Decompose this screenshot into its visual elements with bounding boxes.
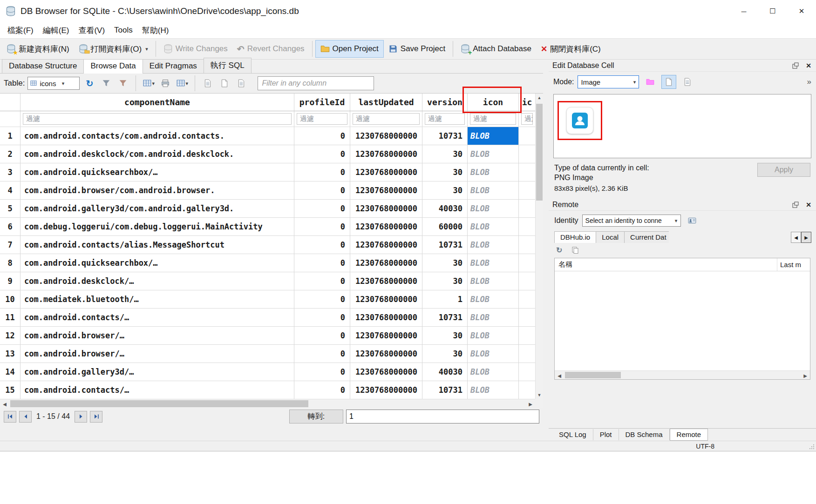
version-cell[interactable]: 30 [422,181,468,200]
row-number-cell[interactable]: 11 [0,309,20,327]
minimize-button[interactable]: ─ [729,0,758,22]
vertical-scrollbar-thumb[interactable] [536,104,543,201]
row-number-cell[interactable]: 1 [0,127,20,145]
clipped-cell[interactable] [519,327,535,345]
profileId-cell[interactable]: 0 [294,272,350,290]
remote-tab-current-database[interactable]: Current Dat [624,231,669,243]
print-button[interactable] [158,76,172,90]
remote-refresh-icon[interactable]: ↻ [556,246,562,255]
componentName-cell[interactable]: com.android.browser/… [20,345,294,363]
word-wrap-button[interactable] [680,75,695,89]
version-cell[interactable]: 30 [422,254,468,272]
lastUpdated-cell[interactable]: 1230768000000 [350,163,422,181]
goto-button[interactable]: 轉到: [289,410,343,423]
profileId-cell[interactable]: 0 [294,236,350,254]
any-column-filter-input[interactable] [258,76,374,90]
icon-blob-cell[interactable]: BLOB [468,181,519,200]
next-record-button[interactable] [75,411,87,423]
new-database-button[interactable]: ★ 新建資料庫(N) [2,40,74,58]
tab-edit-pragmas[interactable]: Edit Pragmas [143,59,204,73]
profileId-cell[interactable]: 0 [294,327,350,345]
float-panel-icon[interactable] [792,201,799,208]
clipped-cell[interactable] [519,363,535,381]
apply-button[interactable]: Apply [757,163,810,177]
lastUpdated-cell[interactable]: 1230768000000 [350,381,422,399]
icon-blob-cell[interactable]: BLOB [468,163,519,181]
filter-lastUpdated[interactable]: 過濾 [353,113,420,125]
clipped-cell[interactable] [519,145,535,163]
row-number-cell[interactable]: 12 [0,327,20,345]
profileId-cell[interactable]: 0 [294,345,350,363]
table-row[interactable]: 12 com.android.browser/… 0 1230768000000… [0,327,543,345]
row-number-cell[interactable]: 9 [0,272,20,290]
lastUpdated-cell[interactable]: 1230768000000 [350,309,422,327]
clipped-cell[interactable] [519,254,535,272]
table-row[interactable]: 8 com.android.quicksearchbox/… 0 1230768… [0,254,543,272]
componentName-cell[interactable]: com.debug.loggerui/com.debug.loggerui.Ma… [20,218,294,236]
componentName-cell[interactable]: com.android.quicksearchbox/… [20,163,294,181]
clipped-cell[interactable] [519,181,535,200]
open-database-dropdown-icon[interactable]: ▾ [145,46,148,52]
lastUpdated-cell[interactable]: 1230768000000 [350,200,422,218]
column-header-profileId[interactable]: profileId [294,94,350,111]
version-cell[interactable]: 1 [422,290,468,309]
menu-item[interactable]: Tools [109,24,137,37]
version-cell[interactable]: 60000 [422,218,468,236]
componentName-cell[interactable]: com.android.contacts/… [20,381,294,399]
profileId-cell[interactable]: 0 [294,200,350,218]
filter-clipped[interactable]: 過濾 [521,113,533,125]
resize-grip-icon[interactable] [809,444,815,450]
column-header-clipped[interactable]: ic [519,94,535,111]
icon-blob-cell[interactable]: BLOB [468,236,519,254]
table-row[interactable]: 10 com.mediatek.bluetooth/… 0 1230768000… [0,290,543,309]
componentName-cell[interactable]: com.android.contacts/alias.MessageShortc… [20,236,294,254]
menu-item[interactable]: 幫助(H) [137,23,174,38]
version-cell[interactable]: 10731 [422,127,468,145]
clipped-cell[interactable] [519,272,535,290]
remote-tab-local[interactable]: Local [596,231,625,243]
version-cell[interactable]: 30 [422,163,468,181]
table-row[interactable]: 6 com.debug.loggerui/com.debug.loggerui.… [0,218,543,236]
lastUpdated-cell[interactable]: 1230768000000 [350,145,422,163]
clipped-cell[interactable] [519,309,535,327]
attach-database-button[interactable]: + Attach Database [456,40,536,58]
icon-blob-cell[interactable]: BLOB [468,327,519,345]
row-number-cell[interactable]: 15 [0,381,20,399]
version-cell[interactable]: 30 [422,272,468,290]
open-database-button[interactable]: 打開資料庫(O) ▾ [74,40,153,58]
lastUpdated-cell[interactable]: 1230768000000 [350,181,422,200]
scroll-right-icon[interactable]: ▶ [526,399,535,409]
manage-identities-button[interactable] [685,214,700,228]
identity-select[interactable]: Select an identity to conne ▾ [582,215,681,227]
tab-scroll-left-button[interactable]: ◀ [791,232,801,243]
menu-item[interactable]: 編輯(E) [38,23,74,38]
clipped-cell[interactable] [519,218,535,236]
column-header-version[interactable]: version [422,94,468,111]
remote-column-last-modified[interactable]: Last m [777,258,810,271]
icon-blob-cell[interactable]: BLOB [468,290,519,309]
table-row[interactable]: 3 com.android.quicksearchbox/… 0 1230768… [0,163,543,181]
icon-blob-cell[interactable]: BLOB [468,254,519,272]
export-table-button[interactable]: ▾ [175,76,189,90]
table-row[interactable]: 1 com.android.contacts/com.android.conta… [0,127,543,145]
icon-blob-cell[interactable]: BLOB [468,309,519,327]
open-project-button[interactable]: Open Project [315,40,384,58]
lastUpdated-cell[interactable]: 1230768000000 [350,363,422,381]
import-data-button[interactable] [643,75,658,89]
sort-asc-button[interactable] [201,76,215,90]
componentName-cell[interactable]: com.android.quicksearchbox/… [20,254,294,272]
last-record-button[interactable] [90,411,102,423]
scroll-up-icon[interactable]: ▲ [536,94,543,101]
icon-blob-cell[interactable]: BLOB [468,345,519,363]
horizontal-scrollbar[interactable]: ◀ ▶ [0,399,535,408]
icon-blob-cell[interactable]: BLOB [468,272,519,290]
tab-browse-data[interactable]: Browse Data [83,59,143,74]
dock-tab-remote[interactable]: Remote [670,429,708,441]
row-number-cell[interactable]: 14 [0,363,20,381]
save-project-button[interactable]: Save Project [384,40,450,58]
profileId-cell[interactable]: 0 [294,163,350,181]
tab-database-structure[interactable]: Database Structure [2,59,84,73]
clipped-cell[interactable] [519,200,535,218]
table-row[interactable]: 4 com.android.browser/com.android.browse… [0,181,543,200]
profileId-cell[interactable]: 0 [294,309,350,327]
